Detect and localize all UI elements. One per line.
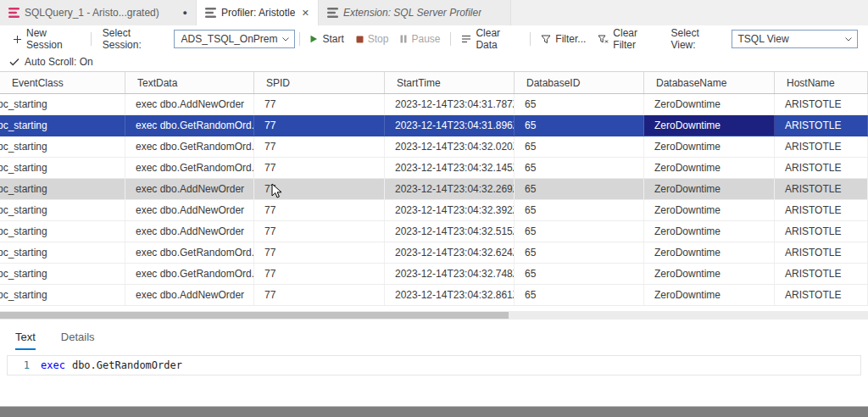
column-header[interactable]: DatabaseID — [515, 72, 644, 93]
column-header[interactable]: EventClass — [0, 72, 125, 93]
horizontal-scrollbar[interactable] — [0, 311, 868, 320]
table-cell[interactable]: ARISTOTLE — [775, 221, 868, 242]
table-cell[interactable]: ARISTOTLE — [775, 264, 868, 284]
table-cell[interactable]: 65 — [515, 179, 644, 199]
tab-sqlquery[interactable]: SQLQuery_1 - Aristo...grated) ● — [0, 0, 197, 25]
table-cell[interactable]: ZeroDowntime — [644, 179, 775, 199]
column-header[interactable]: HostName — [775, 72, 868, 93]
close-icon[interactable]: ✕ — [302, 8, 309, 19]
table-cell[interactable]: ZeroDowntime — [644, 158, 775, 178]
auto-scroll-toggle[interactable]: Auto Scroll: On — [0, 53, 868, 71]
clear-data-button[interactable]: Clear Data — [455, 25, 526, 53]
table-cell[interactable]: 77 — [254, 158, 385, 178]
table-cell[interactable]: exec dbo.AddNewOrder — [125, 200, 254, 220]
table-cell[interactable]: ZeroDowntime — [644, 115, 775, 136]
table-cell[interactable]: rpc_starting — [0, 242, 125, 263]
table-row[interactable]: rpc_startingexec dbo.AddNewOrder772023-1… — [0, 221, 868, 242]
table-cell[interactable]: exec dbo.GetRandomOrd... — [125, 115, 254, 136]
table-cell[interactable]: 77 — [254, 200, 385, 220]
table-cell[interactable]: exec dbo.AddNewOrder — [125, 179, 254, 199]
table-cell[interactable]: rpc_starting — [0, 221, 125, 242]
scrollbar-thumb[interactable] — [0, 312, 509, 319]
column-header[interactable]: TextData — [125, 72, 254, 93]
table-cell[interactable]: ARISTOTLE — [775, 179, 868, 199]
table-cell[interactable]: 2023-12-14T23:04:32.861Z — [385, 285, 515, 305]
tab-extension[interactable]: Extension: SQL Server Profiler — [319, 0, 511, 25]
table-cell[interactable]: 77 — [254, 242, 385, 263]
table-row[interactable]: rpc_startingexec dbo.GetRandomOrd...7720… — [0, 115, 868, 136]
table-cell[interactable]: rpc_starting — [0, 158, 125, 178]
tab-profiler[interactable]: Profiler: Aristotle ✕ — [197, 0, 319, 25]
view-select[interactable]: TSQL View — [732, 30, 858, 48]
table-cell[interactable]: 2023-12-14T23:04:32.392Z — [385, 200, 515, 220]
table-cell[interactable]: rpc_starting — [0, 94, 125, 114]
clear-filter-button[interactable]: Clear Filter — [592, 25, 664, 53]
pause-button[interactable]: Pause — [394, 31, 446, 47]
table-cell[interactable]: 77 — [254, 179, 385, 199]
table-cell[interactable]: exec dbo.GetRandomOrd... — [125, 136, 254, 157]
table-cell[interactable]: 65 — [515, 285, 644, 305]
table-cell[interactable]: 2023-12-14T23:04:32.624Z — [385, 242, 515, 263]
session-select[interactable]: ADS_TSQL_OnPrem — [174, 30, 294, 48]
table-cell[interactable]: 65 — [515, 242, 644, 263]
table-cell[interactable]: ARISTOTLE — [775, 242, 868, 263]
table-row[interactable]: rpc_startingexec dbo.AddNewOrder772023-1… — [0, 200, 868, 221]
filter-button[interactable]: Filter... — [535, 31, 592, 47]
table-cell[interactable]: ZeroDowntime — [644, 264, 775, 284]
table-cell[interactable]: 65 — [515, 94, 644, 114]
table-cell[interactable]: 77 — [254, 285, 385, 305]
table-cell[interactable]: ZeroDowntime — [644, 136, 775, 157]
table-row[interactable]: rpc_startingexec dbo.GetRandomOrd...7720… — [0, 264, 868, 285]
column-header[interactable]: StartTime — [385, 72, 515, 93]
new-session-button[interactable]: New Session — [7, 25, 86, 53]
table-cell[interactable]: 2023-12-14T23:04:32.515Z — [385, 221, 515, 242]
table-cell[interactable]: 65 — [515, 221, 644, 242]
stop-button[interactable]: Stop — [350, 31, 395, 47]
column-header[interactable]: SPID — [254, 72, 385, 93]
table-cell[interactable]: exec dbo.AddNewOrder — [125, 285, 254, 305]
table-cell[interactable]: 2023-12-14T23:04:32.020Z — [385, 136, 515, 157]
table-cell[interactable]: 77 — [254, 221, 385, 242]
table-cell[interactable]: 65 — [515, 115, 644, 136]
table-cell[interactable]: ARISTOTLE — [775, 285, 868, 305]
table-cell[interactable]: ZeroDowntime — [644, 285, 775, 305]
table-row[interactable]: rpc_startingexec dbo.GetRandomOrd...7720… — [0, 242, 868, 264]
table-cell[interactable]: 77 — [254, 136, 385, 157]
table-cell[interactable]: 65 — [515, 264, 644, 284]
table-cell[interactable]: 65 — [515, 136, 644, 157]
table-row[interactable]: rpc_startingexec dbo.AddNewOrder772023-1… — [0, 285, 868, 306]
table-cell[interactable]: 2023-12-14T23:04:32.748Z — [385, 264, 515, 284]
table-cell[interactable]: 65 — [515, 158, 644, 178]
table-cell[interactable]: ARISTOTLE — [775, 115, 868, 136]
table-cell[interactable]: exec dbo.GetRandomOrd... — [125, 158, 254, 178]
table-cell[interactable]: exec dbo.AddNewOrder — [125, 94, 254, 114]
table-row[interactable]: rpc_startingexec dbo.GetRandomOrd...7720… — [0, 158, 868, 179]
text-detail-editor[interactable]: 1 exec dbo.GetRandomOrder — [7, 355, 861, 375]
table-cell[interactable]: 2023-12-14T23:04:31.787Z — [385, 94, 515, 114]
table-cell[interactable]: rpc_starting — [0, 136, 125, 157]
table-cell[interactable]: rpc_starting — [0, 200, 125, 220]
tab-text[interactable]: Text — [15, 331, 36, 350]
column-header[interactable]: DatabaseName — [644, 72, 775, 93]
table-cell[interactable]: 77 — [254, 115, 385, 136]
start-button[interactable]: Start — [303, 31, 349, 47]
table-cell[interactable]: 77 — [254, 264, 385, 284]
table-cell[interactable]: 2023-12-14T23:04:31.896Z — [385, 115, 515, 136]
table-cell[interactable]: ZeroDowntime — [644, 221, 775, 242]
table-cell[interactable]: ARISTOTLE — [775, 158, 868, 178]
table-cell[interactable]: exec dbo.AddNewOrder — [125, 221, 254, 242]
table-cell[interactable]: 65 — [515, 200, 644, 220]
table-cell[interactable]: ARISTOTLE — [775, 136, 868, 157]
tab-details[interactable]: Details — [61, 331, 95, 350]
table-cell[interactable]: rpc_starting — [0, 115, 125, 136]
table-cell[interactable]: rpc_starting — [0, 179, 125, 199]
table-cell[interactable]: rpc_starting — [0, 285, 125, 305]
table-cell[interactable]: ZeroDowntime — [644, 200, 775, 220]
table-cell[interactable]: ZeroDowntime — [644, 94, 775, 114]
table-row[interactable]: rpc_startingexec dbo.GetRandomOrd...7720… — [0, 136, 868, 158]
table-cell[interactable]: ARISTOTLE — [775, 94, 868, 114]
table-cell[interactable]: exec dbo.GetRandomOrd... — [125, 264, 254, 284]
table-cell[interactable]: ZeroDowntime — [644, 242, 775, 263]
table-cell[interactable]: 2023-12-14T23:04:32.145Z — [385, 158, 515, 178]
table-cell[interactable]: ARISTOTLE — [775, 200, 868, 220]
